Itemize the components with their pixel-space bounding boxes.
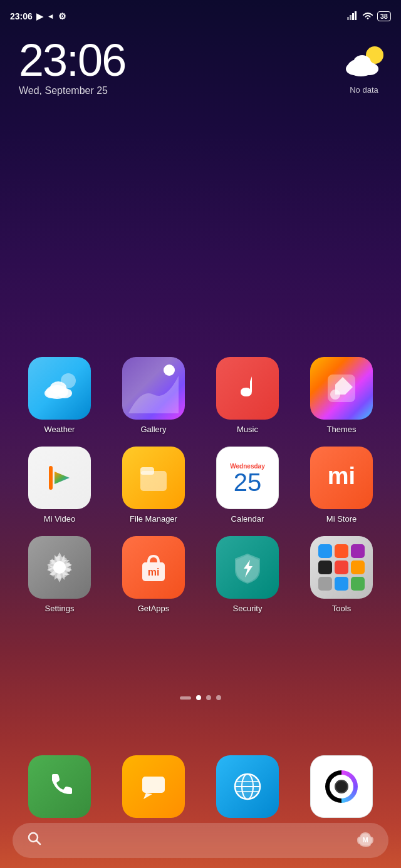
app-calendar[interactable]: Wednesday 25 Calendar xyxy=(210,447,285,524)
svg-rect-29 xyxy=(351,544,365,558)
music-app-label: Music xyxy=(237,425,258,434)
tools-app-icon xyxy=(310,536,373,599)
mistore-app-label: Mi Store xyxy=(326,514,357,524)
status-bar: 23:06 ▶ ◄ ⚙ 38 xyxy=(0,0,401,28)
page-dot-1 xyxy=(180,696,191,700)
svg-rect-33 xyxy=(318,577,332,591)
svg-rect-34 xyxy=(335,577,348,591)
mi-assistant-icon[interactable]: M xyxy=(357,830,373,850)
weather-widget-top[interactable]: No data xyxy=(342,44,386,95)
svg-point-23 xyxy=(53,561,66,574)
status-time: 23:06 xyxy=(10,11,33,21)
dock-browser[interactable] xyxy=(216,755,279,818)
svg-rect-36 xyxy=(142,777,165,793)
app-security[interactable]: Security xyxy=(210,536,285,613)
clock-time: 23:06 xyxy=(19,38,382,83)
svg-rect-20 xyxy=(140,467,154,475)
svg-rect-0 xyxy=(347,17,349,20)
svg-rect-2 xyxy=(352,13,354,20)
svg-rect-31 xyxy=(335,561,348,574)
app-grid: Weather Gallery Music xyxy=(0,357,401,626)
page-dot-3 xyxy=(206,695,211,700)
page-dot-2 xyxy=(196,695,201,700)
app-mivideo[interactable]: Mi Video xyxy=(22,447,97,524)
app-settings[interactable]: Settings xyxy=(22,536,97,613)
security-app-icon xyxy=(216,536,279,599)
calendar-app-icon: Wednesday 25 xyxy=(216,447,279,509)
settings-app-icon xyxy=(28,536,91,599)
app-music[interactable]: Music xyxy=(210,357,285,434)
app-gallery[interactable]: Gallery xyxy=(116,357,191,434)
svg-line-45 xyxy=(36,840,40,844)
dock-messenger[interactable] xyxy=(122,755,185,818)
themes-app-label: Themes xyxy=(327,425,357,434)
dock-camera[interactable] xyxy=(310,755,373,818)
svg-text:mi: mi xyxy=(328,463,355,489)
filemanager-app-label: File Manager xyxy=(130,514,177,524)
weather-app-icon xyxy=(28,357,91,420)
settings-icon: ⚙ xyxy=(58,11,66,21)
weather-no-data-label: No data xyxy=(342,85,386,95)
app-row-1: Weather Gallery Music xyxy=(13,357,388,434)
svg-marker-37 xyxy=(143,793,152,799)
security-app-label: Security xyxy=(233,604,263,613)
clock-area: 23:06 Wed, September 25 xyxy=(19,38,382,96)
page-indicator xyxy=(0,695,401,700)
page-dot-4 xyxy=(216,695,221,700)
svg-point-13 xyxy=(50,381,66,394)
music-app-icon xyxy=(216,357,279,420)
app-row-3: Settings mi GetApps xyxy=(13,536,388,613)
app-weather[interactable]: Weather xyxy=(22,357,97,434)
mistore-app-icon: mi xyxy=(310,447,373,509)
svg-rect-35 xyxy=(351,577,365,591)
weather-cloud-icon xyxy=(342,44,386,84)
battery-indicator: 38 xyxy=(377,11,391,21)
svg-rect-27 xyxy=(318,544,332,558)
gallery-app-icon xyxy=(122,357,185,420)
play-icon: ▶ xyxy=(36,11,43,21)
filemanager-app-icon xyxy=(122,447,185,509)
gallery-app-label: Gallery xyxy=(140,425,166,434)
status-right: 38 xyxy=(347,11,391,22)
weather-app-label: Weather xyxy=(44,425,75,434)
themes-app-icon xyxy=(310,357,373,420)
location-icon: ◄ xyxy=(47,12,55,21)
search-bar[interactable]: M xyxy=(13,823,388,858)
svg-point-8 xyxy=(353,55,371,70)
svg-marker-18 xyxy=(55,472,70,484)
settings-app-label: Settings xyxy=(45,604,75,613)
svg-text:mi: mi xyxy=(148,567,160,577)
svg-rect-28 xyxy=(335,544,348,558)
svg-rect-30 xyxy=(318,561,332,574)
search-icon[interactable] xyxy=(28,832,41,849)
mivideo-app-icon xyxy=(28,447,91,509)
svg-rect-1 xyxy=(350,15,352,20)
wifi-icon xyxy=(362,11,373,22)
app-row-2: Mi Video File Manager Wednesday 25 Calen… xyxy=(13,447,388,524)
getapps-app-icon: mi xyxy=(122,536,185,599)
app-themes[interactable]: Themes xyxy=(304,357,379,434)
app-getapps[interactable]: mi GetApps xyxy=(116,536,191,613)
calendar-day-label: 25 xyxy=(234,470,262,495)
svg-rect-32 xyxy=(351,561,365,574)
mivideo-app-label: Mi Video xyxy=(44,514,75,524)
svg-point-17 xyxy=(330,390,340,400)
svg-text:M: M xyxy=(362,836,368,844)
app-filemanager[interactable]: File Manager xyxy=(116,447,191,524)
getapps-app-label: GetApps xyxy=(138,604,170,613)
svg-rect-3 xyxy=(355,11,357,20)
dock-phone[interactable] xyxy=(28,755,91,818)
status-left: 23:06 ▶ ◄ ⚙ xyxy=(10,11,66,21)
svg-point-15 xyxy=(241,389,251,396)
app-mistore[interactable]: mi Mi Store xyxy=(304,447,379,524)
dock xyxy=(13,755,388,818)
tools-app-label: Tools xyxy=(332,604,351,613)
calendar-app-label: Calendar xyxy=(231,514,264,524)
clock-date: Wed, September 25 xyxy=(19,85,382,96)
signal-icon xyxy=(347,11,358,22)
app-tools[interactable]: Tools xyxy=(304,536,379,613)
